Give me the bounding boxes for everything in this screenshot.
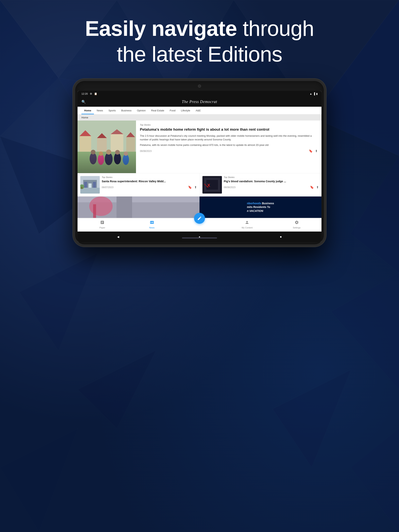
status-left: 12:20 ⚙ 📋 [81,92,97,95]
power-button[interactable] [326,120,326,136]
nav-food[interactable]: Food [167,107,178,114]
android-nav: ◀ ● ■ [77,232,322,242]
battery-icon: ▮ [316,92,318,95]
feature-meta: 06/08/2023 🔖 ⬆ [140,149,318,153]
settings-icon: ⚙ [90,92,92,95]
small-article-2[interactable]: X Top Stories Pig's blood vandalism: Son… [200,173,322,196]
nav-lifestyle[interactable]: Lifestyle [178,107,193,114]
nav-opinion[interactable]: Opinion [134,107,148,114]
small-text-1: Top Stories Santa Rosa superintendent: R… [102,176,197,194]
tablet-camera [198,84,201,88]
bottom-nav-news[interactable]: News [144,220,160,229]
svg-point-31 [115,150,120,155]
hero-bold-text: Easily navigate [85,16,237,40]
small-articles-row: Top Stories Santa Rosa superintendent: R… [77,173,322,196]
svg-marker-9 [331,273,399,389]
svg-point-30 [114,153,121,164]
feature-body-2: Petaluma, with its seven mobile home par… [140,143,318,147]
back-button[interactable]: ◀ [115,234,121,240]
svg-rect-16 [79,136,91,152]
card-1[interactable] [77,196,200,218]
share-icon-1[interactable]: ⬆ [194,185,197,189]
status-icons: ▲ ▐ ▮ [309,92,318,95]
status-bar: 12:20 ⚙ 📋 ▲ ▐ ▮ [77,91,322,97]
bottom-nav: Paper News My Content [77,218,322,232]
content-area: Top Stories Petaluma's mobile home refor… [77,120,322,218]
vandalism-image: X [202,176,222,194]
bookmark-icon[interactable]: 🔖 [309,149,313,153]
mycontent-icon [245,220,249,226]
card-overlay-text: nborhoods Business mits Residents To n V… [245,200,276,215]
share-icon-2[interactable]: ⬆ [316,185,319,189]
wifi-icon: ▲ [309,92,312,95]
svg-point-26 [98,154,104,165]
svg-marker-7 [351,156,399,273]
feature-actions: 🔖 ⬆ [309,149,318,153]
bottom-nav-mycontent[interactable]: My Content [239,220,255,229]
fab-button[interactable] [194,213,205,224]
feature-category: Top Stories [140,124,318,126]
svg-marker-12 [0,428,78,532]
nav-home[interactable]: Home [81,107,94,114]
recents-button[interactable]: ■ [278,234,284,240]
feature-body: The 2.5-hour discussion at Petaluma's ci… [140,134,318,142]
feature-image [77,120,136,173]
home-indicator[interactable] [182,237,217,239]
svg-rect-51 [93,204,96,218]
svg-marker-10 [78,350,156,428]
notification-icon: 📋 [94,92,97,95]
svg-point-28 [105,153,113,165]
svg-point-25 [91,150,96,154]
card-image-1 [77,196,200,218]
bookmark-icon-1[interactable]: 🔖 [188,185,192,189]
status-time: 12:20 [81,92,88,95]
nav-sports[interactable]: Sports [106,107,119,114]
svg-rect-18 [97,138,107,152]
small-headline-2[interactable]: Pig's blood vandalism: Sonoma County jud… [224,180,319,183]
feature-date: 06/08/2023 [140,150,152,152]
small-date-1: 06/07/2023 [102,186,113,189]
feature-article[interactable]: Top Stories Petaluma's mobile home refor… [77,120,322,173]
svg-rect-15 [77,152,136,173]
nav-ae[interactable]: A&E [193,107,203,114]
nav-business[interactable]: Business [118,107,134,114]
small-headline-1[interactable]: Santa Rosa superintendent: Rincon Valley… [102,180,197,183]
small-article-1[interactable]: Top Stories Santa Rosa superintendent: R… [77,173,200,196]
news-icon [150,220,154,226]
svg-marker-3 [0,0,58,136]
hero-section: Easily navigate through the latest Editi… [65,16,334,67]
card-2[interactable]: nborhoods Business mits Residents To n V… [200,196,322,218]
small-category-1: Top Stories [102,176,197,178]
svg-point-33 [124,152,128,156]
tablet-frame: 12:20 ⚙ 📋 ▲ ▐ ▮ 🔍 The Press Democrat Hom… [73,79,326,247]
nav-news[interactable]: News [94,107,106,114]
feature-headline[interactable]: Petaluma's mobile home reform fight is a… [140,127,318,132]
home-button[interactable]: ● [197,234,202,240]
svg-rect-49 [116,196,132,218]
svg-rect-39 [89,184,91,188]
signal-icon: ▐ [313,92,315,95]
card-image-2: nborhoods Business mits Residents To n V… [200,196,322,218]
paper-label: Paper [100,227,105,229]
news-label: News [149,227,155,229]
svg-marker-13 [351,428,399,532]
small-meta-1: 06/07/2023 🔖 ⬆ [102,185,197,189]
feature-article-text: Top Stories Petaluma's mobile home refor… [136,120,322,173]
bookmark-icon-2[interactable]: 🔖 [310,185,314,189]
svg-point-24 [90,153,97,164]
nav-real-estate[interactable]: Real Estate [148,107,167,114]
app-header: 🔍 The Press Democrat [77,97,322,107]
volume-button[interactable] [326,143,326,159]
mycontent-label: My Content [242,227,252,229]
section-label: Home [77,114,322,120]
svg-rect-37 [84,182,87,188]
share-icon[interactable]: ⬆ [315,149,318,153]
small-text-2: Top Stories Pig's blood vandalism: Sonom… [224,176,319,194]
app-logo: The Press Democrat [182,100,217,104]
search-icon[interactable]: 🔍 [81,100,86,104]
bottom-nav-settings[interactable]: Settings [289,220,304,229]
bottom-nav-paper[interactable]: Paper [95,220,110,229]
settings-label: Settings [293,227,301,229]
svg-marker-8 [19,253,97,350]
svg-point-50 [89,196,113,216]
